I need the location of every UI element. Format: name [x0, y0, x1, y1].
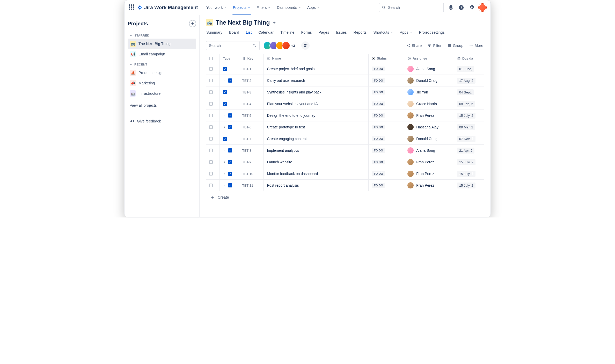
notifications-icon[interactable] [448, 4, 454, 11]
table-row[interactable]: ✓ TBT-3 Synthesise insights and play bac… [206, 86, 484, 98]
issue-name[interactable]: Implement analytics [267, 148, 299, 152]
column-header-key[interactable]: Key [247, 57, 253, 60]
assignee-name[interactable]: Alana Song [416, 148, 435, 152]
list-search[interactable]: Search [206, 41, 260, 50]
due-date[interactable]: 04 Sept, [457, 89, 474, 95]
status-badge[interactable]: TO DO [372, 125, 385, 129]
sidebar-project-item[interactable]: ⛵Product design [128, 68, 196, 78]
issue-name[interactable]: Create engaging content [267, 137, 306, 141]
global-search[interactable]: Search [379, 3, 444, 12]
row-checkbox[interactable] [209, 90, 213, 94]
due-date[interactable]: 01 June, [457, 66, 474, 72]
tab-pages[interactable]: Pages [318, 28, 330, 37]
issue-name[interactable]: Post report analysis [267, 183, 299, 187]
tab-apps[interactable]: Apps [399, 28, 413, 37]
issue-key[interactable]: TBT-9 [242, 160, 251, 164]
due-date[interactable]: 15 July, 2 [457, 183, 475, 188]
assignee-name[interactable]: Fran Perez [416, 183, 434, 187]
share-button[interactable]: Share [405, 42, 423, 49]
issue-name[interactable]: Monitor feedback on dashboard [267, 172, 318, 176]
table-row[interactable]: ✓ TBT-5 Design the end to end journey TO… [206, 110, 484, 121]
issue-name[interactable]: Carry out user research [267, 78, 305, 83]
row-checkbox[interactable] [209, 184, 213, 187]
due-date[interactable]: 17 Aug, 2 [457, 78, 475, 84]
tab-reports[interactable]: Reports [353, 28, 367, 37]
assignee-name[interactable]: Hassana Ajayi [416, 125, 439, 129]
issue-key[interactable]: TBT-2 [242, 79, 251, 83]
due-date[interactable]: 21 Apr, 2 [457, 148, 474, 154]
create-issue-button[interactable]: Create [206, 191, 484, 203]
tab-issues[interactable]: Issues [335, 28, 347, 37]
group-button[interactable]: Group [446, 42, 464, 49]
due-date[interactable]: 15 July, 2 [457, 159, 475, 165]
avatar[interactable] [282, 41, 290, 50]
assignee-name[interactable]: Fran Perez [416, 172, 434, 176]
assignee-name[interactable]: Grace Harris [416, 102, 437, 106]
row-checkbox[interactable] [209, 67, 213, 71]
automation-icon[interactable]: ✦ [273, 20, 276, 25]
app-switcher-icon[interactable] [129, 4, 135, 11]
row-checkbox[interactable] [209, 149, 213, 152]
status-badge[interactable]: TO DO [372, 67, 385, 71]
add-collaborator-button[interactable] [301, 41, 310, 50]
more-button[interactable]: More [468, 42, 484, 49]
nav-item-dashboards[interactable]: Dashboards [274, 4, 303, 11]
row-checkbox[interactable] [209, 114, 213, 117]
row-checkbox[interactable] [209, 125, 213, 129]
due-date[interactable]: 08 Jan, 2 [457, 101, 475, 107]
tab-calendar[interactable]: Calendar [258, 28, 274, 37]
settings-icon[interactable] [468, 4, 475, 11]
sidebar-project-item[interactable]: 📢Email campaign [128, 49, 196, 59]
status-badge[interactable]: TO DO [372, 148, 385, 153]
collaborator-avatars[interactable]: +3 [263, 41, 295, 50]
due-date[interactable]: 15 July, 2 [457, 171, 475, 177]
view-all-projects-link[interactable]: View all projects [128, 101, 196, 110]
status-badge[interactable]: TO DO [372, 90, 385, 94]
column-header-name[interactable]: Name [272, 57, 281, 60]
select-all-checkbox[interactable] [209, 57, 213, 60]
column-header-status[interactable]: Status [377, 57, 387, 60]
expand-icon[interactable] [223, 172, 226, 175]
assignee-name[interactable]: Donald Craig [416, 78, 437, 83]
sidebar-project-item[interactable]: 📣Marketing [128, 78, 196, 88]
row-checkbox[interactable] [209, 160, 213, 164]
due-date[interactable]: 09 Mar, 2 [457, 124, 475, 130]
profile-avatar[interactable] [479, 4, 486, 11]
filter-button[interactable]: Filter [426, 42, 442, 49]
issue-name[interactable]: Create prototype to test [267, 125, 305, 129]
issue-name[interactable]: Synthesise insights and play back [267, 90, 321, 94]
nav-item-projects[interactable]: Projects [230, 4, 253, 11]
expand-icon[interactable] [223, 161, 226, 164]
assignee-name[interactable]: Alana Song [416, 67, 435, 71]
issue-key[interactable]: TBT-3 [242, 90, 251, 94]
table-row[interactable]: ✓ TBT-2 Carry out user research TO DO Do… [206, 75, 484, 86]
expand-icon[interactable] [223, 184, 226, 187]
issue-name[interactable]: Plan your website layout and IA [267, 102, 318, 106]
give-feedback-link[interactable]: Give feedback [128, 116, 196, 126]
nav-item-apps[interactable]: Apps [305, 4, 322, 11]
issue-key[interactable]: TBT-8 [242, 149, 251, 152]
tab-forms[interactable]: Forms [301, 28, 312, 37]
avatar-overflow[interactable]: +3 [291, 44, 295, 48]
table-row[interactable]: ✓ TBT-1 Create project brief and goals T… [206, 63, 484, 75]
tab-project-settings[interactable]: Project settings [419, 28, 445, 37]
tab-list[interactable]: List [245, 28, 252, 37]
expand-icon[interactable] [223, 149, 226, 152]
sidebar-project-item[interactable]: 🤖Infrastructure [128, 88, 196, 99]
due-date[interactable]: 15 July, 2 [457, 113, 475, 119]
due-date[interactable]: 07 Nov, 2 [457, 136, 475, 142]
status-badge[interactable]: TO DO [372, 160, 385, 164]
tab-shortcuts[interactable]: Shortcuts [373, 28, 393, 37]
status-badge[interactable]: TO DO [372, 113, 385, 118]
row-checkbox[interactable] [209, 172, 213, 176]
status-badge[interactable]: TO DO [372, 183, 385, 188]
status-badge[interactable]: TO DO [372, 101, 385, 106]
tab-summary[interactable]: Summary [206, 28, 223, 37]
assignee-name[interactable]: Donald Craig [416, 137, 437, 141]
product-logo[interactable]: Jira Work Management [137, 5, 198, 10]
issue-key[interactable]: TBT-1 [242, 67, 251, 71]
column-header-due[interactable]: Due da [462, 57, 473, 60]
table-row[interactable]: ✓ TBT-6 Create prototype to test TO DO H… [206, 121, 484, 133]
row-checkbox[interactable] [209, 137, 213, 141]
nav-item-your-work[interactable]: Your work [204, 4, 229, 11]
